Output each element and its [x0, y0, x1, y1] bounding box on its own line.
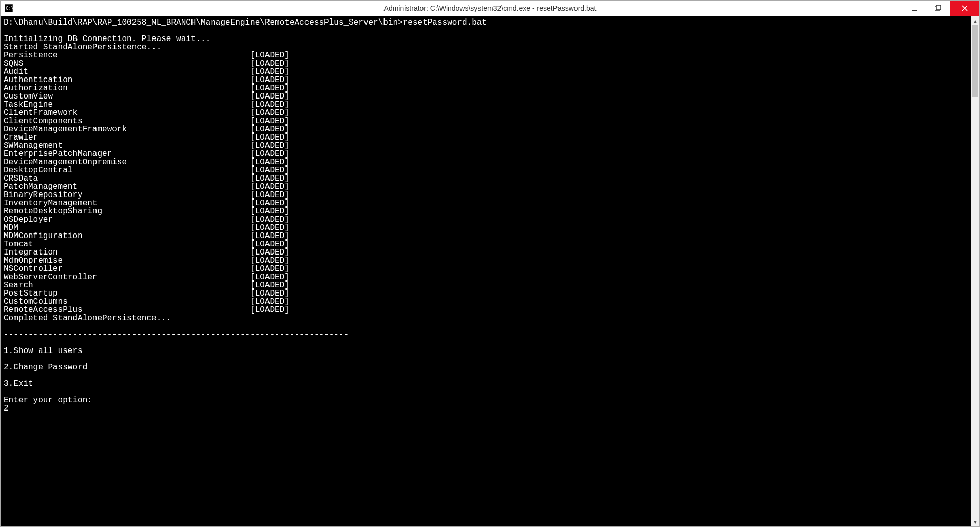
module-row: PatchManagement [LOADED] — [4, 183, 971, 191]
module-row: BinaryRepository [LOADED] — [4, 191, 971, 199]
cmd-icon: C:\ — [5, 4, 13, 12]
completed-line: Completed StandAlonePersistence... — [4, 314, 171, 323]
title-bar[interactable]: C:\ Administrator: C:\Windows\system32\c… — [1, 1, 979, 16]
prompt-line: D:\Dhanu\Build\RAP\RAP_100258_NL_BRANCH\… — [4, 18, 487, 27]
enter-option-prompt: Enter your option: — [4, 396, 92, 405]
module-row: EnterprisePatchManager [LOADED] — [4, 150, 971, 158]
module-row: CRSData [LOADED] — [4, 174, 971, 183]
modules-list: Persistence [LOADED]SQNS [LOADED]Audit [… — [4, 51, 971, 314]
window-controls — [902, 1, 979, 16]
window-title: Administrator: C:\Windows\system32\cmd.e… — [384, 4, 597, 12]
module-row: ClientComponents [LOADED] — [4, 117, 971, 125]
module-row: RemoteAccessPlus [LOADED] — [4, 306, 971, 314]
module-row: NSController [LOADED] — [4, 265, 971, 273]
module-row: TaskEngine [LOADED] — [4, 101, 971, 109]
module-row: Persistence [LOADED] — [4, 51, 971, 60]
module-row: ClientFramework [LOADED] — [4, 109, 971, 117]
module-row: PostStartup [LOADED] — [4, 289, 971, 298]
module-row: Audit [LOADED] — [4, 68, 971, 76]
svg-text:C:\: C:\ — [6, 6, 13, 11]
terminal-wrap: D:\Dhanu\Build\RAP\RAP_100258_NL_BRANCH\… — [1, 16, 979, 526]
module-row: SQNS [LOADED] — [4, 60, 971, 68]
module-row: MDM [LOADED] — [4, 224, 971, 232]
module-row: OSDeployer [LOADED] — [4, 216, 971, 224]
module-row: Authorization [LOADED] — [4, 84, 971, 92]
module-row: Crawler [LOADED] — [4, 133, 971, 142]
svg-rect-4 — [936, 5, 941, 10]
scroll-track[interactable] — [971, 25, 979, 518]
module-row: Authentication [LOADED] — [4, 76, 971, 84]
module-row: DeviceManagementOnpremise [LOADED] — [4, 158, 971, 166]
module-row: Tomcat [LOADED] — [4, 240, 971, 248]
module-row: CustomColumns [LOADED] — [4, 298, 971, 306]
scroll-down-button[interactable]: ▼ — [971, 518, 979, 526]
vertical-scrollbar[interactable]: ▲ ▼ — [971, 16, 979, 526]
menu-option-3: 3.Exit — [4, 379, 33, 388]
module-row: CustomView [LOADED] — [4, 92, 971, 101]
user-input[interactable]: 2 — [4, 404, 9, 413]
module-row: DesktopCentral [LOADED] — [4, 166, 971, 174]
module-row: DeviceManagementFramework [LOADED] — [4, 125, 971, 133]
module-row: RemoteDesktopSharing [LOADED] — [4, 207, 971, 216]
module-row: MdmOnpremise [LOADED] — [4, 257, 971, 265]
terminal-output[interactable]: D:\Dhanu\Build\RAP\RAP_100258_NL_BRANCH\… — [1, 16, 971, 526]
minimize-button[interactable] — [902, 1, 926, 16]
close-button[interactable] — [950, 1, 979, 16]
maximize-button[interactable] — [926, 1, 950, 16]
cmd-window: C:\ Administrator: C:\Windows\system32\c… — [0, 0, 980, 527]
separator-line: ----------------------------------------… — [4, 330, 349, 339]
module-row: MDMConfiguration [LOADED] — [4, 232, 971, 240]
module-row: WebServerController [LOADED] — [4, 273, 971, 281]
scroll-up-button[interactable]: ▲ — [971, 16, 979, 25]
menu-option-1: 1.Show all users — [4, 346, 83, 356]
module-row: InventoryManagement [LOADED] — [4, 199, 971, 207]
menu-option-2: 2.Change Password — [4, 363, 87, 372]
module-row: Search [LOADED] — [4, 281, 971, 289]
module-row: Integration [LOADED] — [4, 248, 971, 257]
module-row: SWManagement [LOADED] — [4, 142, 971, 150]
scroll-thumb[interactable] — [972, 25, 978, 97]
